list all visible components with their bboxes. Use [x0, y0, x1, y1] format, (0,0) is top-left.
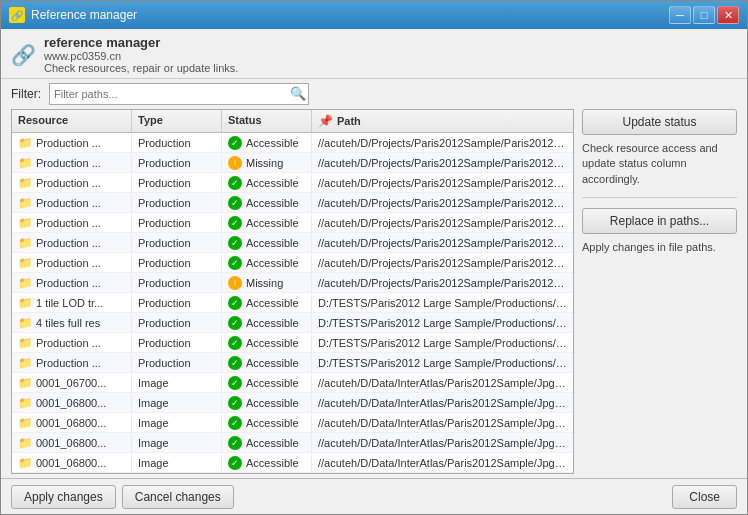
folder-icon: 📁	[18, 456, 33, 470]
header-icon: 🔗	[11, 43, 36, 67]
folder-icon: 📁	[18, 296, 33, 310]
cell-resource: 📁Production ...	[12, 274, 132, 292]
folder-icon: 📁	[18, 356, 33, 370]
titlebar-close-button[interactable]: ✕	[717, 6, 739, 24]
status-ok-icon: ✓	[228, 196, 242, 210]
resource-name: Production ...	[36, 337, 101, 349]
cell-status: ✓Accessible	[222, 294, 312, 312]
status-ok-icon: ✓	[228, 316, 242, 330]
replace-paths-desc: Apply changes in file paths.	[582, 240, 737, 255]
replace-paths-button[interactable]: Replace in paths...	[582, 208, 737, 234]
cell-status: ✓Accessible	[222, 334, 312, 352]
cell-type: Production	[132, 275, 222, 291]
status-text: Accessible	[246, 217, 299, 229]
table-row[interactable]: 📁0001_06800...Image✓Accessible//acuteh/D…	[12, 433, 573, 453]
folder-icon: 📁	[18, 216, 33, 230]
table-row[interactable]: 📁4 tiles full resProduction✓AccessibleD:…	[12, 313, 573, 333]
cell-status: !Missing	[222, 274, 312, 292]
status-ok-icon: ✓	[228, 136, 242, 150]
table-row[interactable]: 📁0001_06800...Image✓Accessible//acuteh/D…	[12, 413, 573, 433]
table-row[interactable]: 📁Production ...Production✓Accessible//ac…	[12, 173, 573, 193]
folder-icon: 📁	[18, 336, 33, 350]
resource-name: 0001_06700...	[36, 377, 106, 389]
update-status-button[interactable]: Update status	[582, 109, 737, 135]
cell-type: Production	[132, 335, 222, 351]
status-ok-icon: ✓	[228, 376, 242, 390]
status-ok-icon: ✓	[228, 396, 242, 410]
cell-path: D:/TESTS/Paris2012 Large Sample/Producti…	[312, 315, 573, 331]
cell-resource: 📁4 tiles full res	[12, 314, 132, 332]
cell-resource: 📁Production ...	[12, 334, 132, 352]
table-row[interactable]: 📁Production ...Production✓AccessibleD:/T…	[12, 333, 573, 353]
table-row[interactable]: 📁Production ...Production✓AccessibleD:/T…	[12, 353, 573, 373]
cell-path: //acuteh/D/Projects/Paris2012Sample/Pari…	[312, 135, 573, 151]
header-url: www.pc0359.cn	[44, 50, 238, 62]
table-row[interactable]: 📁0001_06800...Image✓Accessible//acuteh/D…	[12, 453, 573, 473]
cell-type: Production	[132, 315, 222, 331]
table-row[interactable]: 📁Production ...Production!Missing//acute…	[12, 153, 573, 173]
folder-icon: 📁	[18, 436, 33, 450]
cell-type: Production	[132, 235, 222, 251]
cell-status: ✓Accessible	[222, 454, 312, 472]
apply-changes-button[interactable]: Apply changes	[11, 485, 116, 509]
cell-type: Production	[132, 215, 222, 231]
search-button[interactable]: 🔍	[289, 84, 307, 102]
cell-type: Production	[132, 175, 222, 191]
table-row[interactable]: 📁Production ...Production✓Accessible//ac…	[12, 233, 573, 253]
bottom-left: Apply changes Cancel changes	[11, 485, 234, 509]
resource-name: Production ...	[36, 277, 101, 289]
cell-type: Image	[132, 415, 222, 431]
resource-name: 1 tile LOD tr...	[36, 297, 103, 309]
cell-path: D:/TESTS/Paris2012 Large Sample/Producti…	[312, 295, 573, 311]
filter-input-wrap: 🔍	[49, 83, 309, 105]
table-body[interactable]: 📁Production ...Production✓Accessible//ac…	[12, 133, 573, 473]
status-text: Accessible	[246, 437, 299, 449]
table-row[interactable]: 📁Production ...Production✓Accessible//ac…	[12, 213, 573, 233]
cell-path: D:/TESTS/Paris2012 Large Sample/Producti…	[312, 335, 573, 351]
col-resource[interactable]: Resource	[12, 110, 132, 132]
folder-icon: 📁	[18, 316, 33, 330]
col-status[interactable]: Status	[222, 110, 312, 132]
window-title: Reference manager	[31, 8, 137, 22]
cell-path: //acuteh/D/Projects/Paris2012Sample/Pari…	[312, 235, 573, 251]
resource-name: Production ...	[36, 257, 101, 269]
cell-type: Production	[132, 355, 222, 371]
col-path[interactable]: 📌 Path	[312, 110, 573, 132]
table-row[interactable]: 📁1 tile LOD tr...Production✓AccessibleD:…	[12, 293, 573, 313]
update-status-desc: Check resource access and update status …	[582, 141, 737, 187]
close-button[interactable]: Close	[672, 485, 737, 509]
table-row[interactable]: 📁Production ...Production✓Accessible//ac…	[12, 193, 573, 213]
cancel-changes-button[interactable]: Cancel changes	[122, 485, 234, 509]
col-type[interactable]: Type	[132, 110, 222, 132]
folder-icon: 📁	[18, 136, 33, 150]
status-text: Accessible	[246, 417, 299, 429]
status-ok-icon: ✓	[228, 436, 242, 450]
cell-resource: 📁Production ...	[12, 154, 132, 172]
status-text: Accessible	[246, 317, 299, 329]
panel-divider	[582, 197, 737, 198]
app-icon: 🔗	[9, 7, 25, 23]
cell-path: //acuteh/D/Data/InterAtlas/Paris2012Samp…	[312, 395, 573, 411]
cell-type: Image	[132, 395, 222, 411]
resource-name: Production ...	[36, 217, 101, 229]
title-bar-controls: ─ □ ✕	[669, 6, 739, 24]
minimize-button[interactable]: ─	[669, 6, 691, 24]
cell-resource: 📁0001_06800...	[12, 454, 132, 472]
status-ok-icon: ✓	[228, 216, 242, 230]
cell-type: Image	[132, 375, 222, 391]
table-row[interactable]: 📁Production ...Production✓Accessible//ac…	[12, 253, 573, 273]
maximize-button[interactable]: □	[693, 6, 715, 24]
table-row[interactable]: 📁Production ...Production!Missing//acute…	[12, 273, 573, 293]
cell-path: D:/TESTS/Paris2012 Large Sample/Producti…	[312, 355, 573, 371]
filter-input[interactable]	[49, 83, 309, 105]
cell-path: //acuteh/D/Projects/Paris2012Sample/Pari…	[312, 175, 573, 191]
resource-name: Production ...	[36, 177, 101, 189]
resource-name: 0001_06800...	[36, 397, 106, 409]
table-row[interactable]: 📁Production ...Production✓Accessible//ac…	[12, 133, 573, 153]
status-ok-icon: ✓	[228, 296, 242, 310]
status-text: Accessible	[246, 257, 299, 269]
status-ok-icon: ✓	[228, 416, 242, 430]
cell-type: Production	[132, 195, 222, 211]
table-row[interactable]: 📁0001_06700...Image✓Accessible//acuteh/D…	[12, 373, 573, 393]
table-row[interactable]: 📁0001_06800...Image✓Accessible//acuteh/D…	[12, 393, 573, 413]
